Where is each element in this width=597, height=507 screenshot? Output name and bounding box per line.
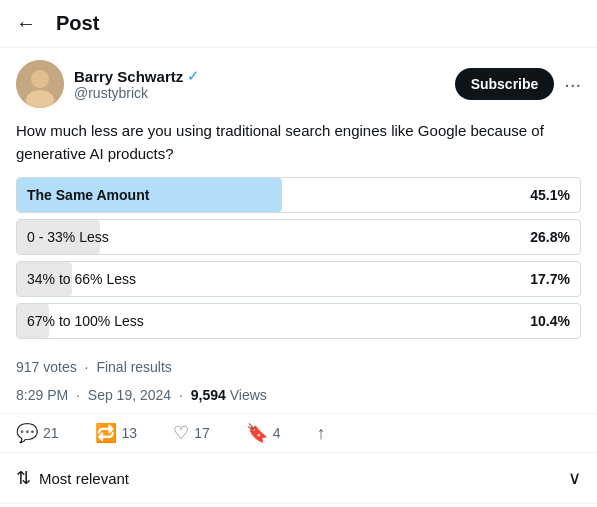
post-text: How much less are you using traditional … [0, 116, 597, 177]
post-date: Sep 19, 2024 [88, 387, 171, 403]
bookmark-icon: 🔖 [246, 422, 268, 444]
chevron-down-icon[interactable]: ∨ [568, 467, 581, 489]
share-icon: ↑ [317, 423, 326, 444]
poll-meta: 917 votes · Final results [0, 355, 597, 379]
bookmark-count: 4 [273, 425, 281, 441]
retweet-count: 13 [122, 425, 138, 441]
user-name-row: Barry Schwartz ✓ [74, 67, 455, 85]
sort-row[interactable]: ⇅ Most relevant ∨ [0, 453, 597, 504]
page-title: Post [56, 12, 99, 35]
retweet-icon: 🔁 [95, 422, 117, 444]
poll: The Same Amount45.1%0 - 33% Less26.8%34%… [0, 177, 597, 355]
dot-sep: · [76, 387, 80, 403]
poll-percent-2: 17.7% [530, 271, 570, 287]
separator: · [85, 359, 89, 375]
reply-icon: 💬 [16, 422, 38, 444]
avatar-image [16, 60, 64, 108]
share-button[interactable]: ↑ [317, 423, 326, 444]
like-icon: ♡ [173, 422, 189, 444]
views-label: Views [230, 387, 267, 403]
avatar[interactable] [16, 60, 64, 108]
sort-label: Most relevant [39, 470, 129, 487]
action-bar: 💬21🔁13♡17🔖4↑ [0, 414, 597, 453]
user-info: Barry Schwartz ✓ @rustybrick [74, 67, 455, 101]
retweet-button[interactable]: 🔁13 [95, 422, 138, 444]
back-button[interactable]: ← [16, 12, 36, 35]
vote-count: 917 votes [16, 359, 77, 375]
sort-icon: ⇅ [16, 467, 31, 489]
verified-icon: ✓ [187, 67, 200, 85]
post-time: 8:29 PM [16, 387, 68, 403]
poll-label-1: 0 - 33% Less [17, 229, 119, 245]
user-name[interactable]: Barry Schwartz [74, 68, 183, 85]
poll-label-2: 34% to 66% Less [17, 271, 146, 287]
poll-percent-3: 10.4% [530, 313, 570, 329]
more-options-button[interactable]: ··· [564, 73, 581, 96]
dot-sep2: · [179, 387, 183, 403]
like-button[interactable]: ♡17 [173, 422, 210, 444]
svg-point-3 [31, 70, 49, 88]
user-row: Barry Schwartz ✓ @rustybrick Subscribe ·… [0, 48, 597, 116]
poll-option-3[interactable]: 67% to 100% Less10.4% [16, 303, 581, 339]
timestamp: 8:29 PM · Sep 19, 2024 · 9,594 Views [0, 379, 597, 414]
user-handle[interactable]: @rustybrick [74, 85, 455, 101]
header: ← Post [0, 0, 597, 48]
more-icon: ··· [564, 73, 581, 96]
poll-option-1[interactable]: 0 - 33% Less26.8% [16, 219, 581, 255]
views-count: 9,594 [191, 387, 226, 403]
reply-count: 21 [43, 425, 59, 441]
poll-percent-1: 26.8% [530, 229, 570, 245]
poll-percent-0: 45.1% [530, 187, 570, 203]
poll-option-0[interactable]: The Same Amount45.1% [16, 177, 581, 213]
sort-left: ⇅ Most relevant [16, 467, 129, 489]
poll-label-3: 67% to 100% Less [17, 313, 154, 329]
poll-status: Final results [96, 359, 171, 375]
user-actions: Subscribe ··· [455, 68, 581, 100]
like-count: 17 [194, 425, 210, 441]
poll-option-2[interactable]: 34% to 66% Less17.7% [16, 261, 581, 297]
reply-button[interactable]: 💬21 [16, 422, 59, 444]
subscribe-button[interactable]: Subscribe [455, 68, 555, 100]
bookmark-button[interactable]: 🔖4 [246, 422, 281, 444]
poll-label-0: The Same Amount [17, 187, 159, 203]
